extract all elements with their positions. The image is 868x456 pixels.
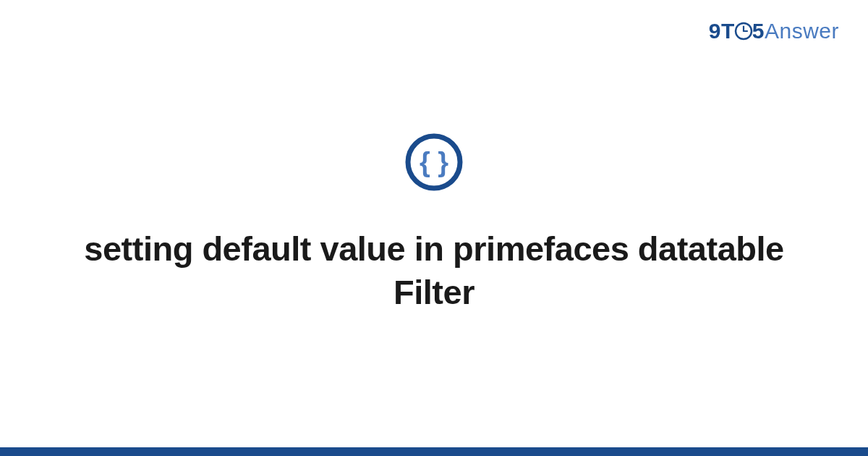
footer-accent-bar: [0, 447, 868, 456]
code-braces-icon: { }: [405, 133, 463, 191]
svg-text:{ }: { }: [420, 147, 448, 177]
page-title: setting default value in primefaces data…: [51, 227, 817, 314]
main-content: { } setting default value in primefaces …: [0, 0, 868, 447]
